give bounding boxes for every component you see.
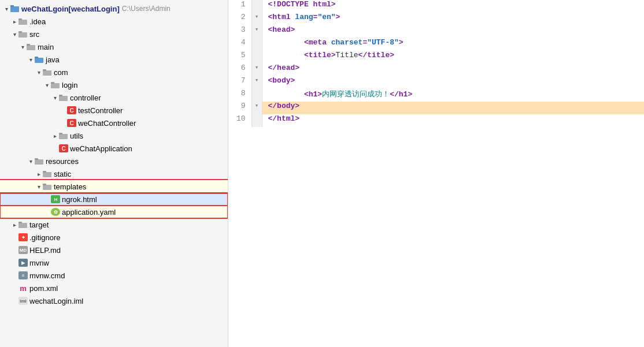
tree-mvnwcmd[interactable]: ≡ mvnw.cmd	[0, 269, 228, 282]
tree-ngrok[interactable]: H ngrok.html	[0, 193, 228, 206]
code-content-6[interactable]: </head>	[262, 64, 644, 76]
svg-rect-7	[27, 44, 30, 46]
tree-resources[interactable]: resources	[0, 155, 228, 167]
code-line-2: 2 ▾ <html lang="en">	[228, 13, 644, 25]
code-table: 1 <!DOCTYPE html> 2 ▾ <html lang="en"> 3…	[228, 0, 644, 127]
code-editor[interactable]: 1 <!DOCTYPE html> 2 ▾ <html lang="en"> 3…	[228, 0, 644, 347]
mvnwcmd-icon: ≡	[18, 271, 28, 279]
code-content-9[interactable]: </body>	[262, 102, 644, 114]
gutter-4	[251, 38, 262, 51]
iml-label: wechatLogin.iml	[29, 297, 83, 305]
tree-helpmd[interactable]: MD HELP.md	[0, 244, 228, 256]
main-folder-icon	[27, 43, 36, 51]
line-num-10: 10	[228, 114, 251, 127]
src-label: src	[29, 30, 39, 39]
tree-pomxml[interactable]: m pom.xml	[0, 282, 228, 294]
svg-rect-23	[43, 184, 46, 185]
mvnwcmd-label: mvnw.cmd	[29, 271, 65, 280]
code-content-4[interactable]: <meta charset="UTF-8">	[262, 38, 644, 51]
line-num-5: 5	[228, 51, 251, 64]
gutter-8	[251, 89, 262, 102]
project-bold-name: [wechatLogin]	[69, 5, 120, 13]
tree-templates[interactable]: templates	[0, 180, 228, 193]
wechatapp-label: weChatApplication	[70, 144, 132, 153]
resources-label: resources	[46, 157, 79, 166]
tree-controller[interactable]: controller	[0, 91, 228, 104]
login-arrow	[43, 82, 51, 88]
login-label: login	[62, 81, 77, 89]
templates-folder-icon	[43, 183, 52, 191]
svg-rect-4	[18, 32, 27, 38]
gutter-2: ▾	[251, 13, 262, 25]
helpmd-label: HELP.md	[29, 246, 61, 255]
svg-rect-0	[10, 6, 19, 12]
root-arrow	[2, 6, 10, 12]
gutter-6: ▾	[251, 64, 262, 76]
code-line-9: 9 ▾ </body>	[228, 102, 644, 114]
tree-idea[interactable]: .idea	[0, 15, 228, 28]
code-content-2[interactable]: <html lang="en">	[262, 13, 644, 25]
code-content-3[interactable]: <head>	[262, 25, 644, 38]
pomxml-label: pom.xml	[29, 284, 58, 293]
tree-com[interactable]: com	[0, 66, 228, 79]
code-content-7[interactable]: <body>	[262, 76, 644, 89]
tree-mvnw[interactable]: ▶ mvnw	[0, 256, 228, 269]
project-path: C:\Users\Admin	[122, 5, 171, 13]
svg-rect-6	[27, 45, 35, 50]
tree-target[interactable]: target	[0, 218, 228, 231]
svg-rect-1	[10, 5, 14, 7]
tree-utils[interactable]: utils	[0, 129, 228, 142]
target-folder-icon	[18, 221, 28, 229]
line-num-3: 3	[228, 25, 251, 38]
templates-arrow	[35, 184, 43, 190]
static-label: static	[54, 170, 71, 178]
svg-rect-3	[18, 18, 22, 20]
tree-gitignore[interactable]: ✦ .gitignore	[0, 231, 228, 244]
project-root[interactable]: weChatLgoin [wechatLogin] C:\Users\Admin	[0, 2, 228, 15]
project-name: weChatLgoin	[21, 5, 69, 13]
iml-icon: iml	[18, 297, 28, 305]
gutter-5	[251, 51, 262, 64]
com-arrow	[35, 69, 43, 76]
fold-7: ▾	[255, 77, 259, 84]
tree-wechatcontroller[interactable]: C weChatController	[0, 117, 228, 129]
tree-login[interactable]: login	[0, 79, 228, 91]
java-arrow	[27, 57, 35, 63]
line-num-6: 6	[228, 64, 251, 76]
project-folder-icon	[10, 5, 20, 13]
tree-src[interactable]: src	[0, 28, 228, 40]
tree-appyaml[interactable]: ✿ application.yaml	[0, 206, 228, 218]
tree-iml[interactable]: iml wechatLogin.iml	[0, 294, 228, 307]
utils-arrow	[51, 133, 59, 139]
gutter-1	[251, 0, 262, 13]
src-folder-icon	[18, 31, 28, 38]
resources-folder-icon	[35, 158, 44, 165]
src-arrow	[10, 31, 18, 38]
tree-static[interactable]: static	[0, 167, 228, 180]
tree-java[interactable]: java	[0, 53, 228, 66]
code-content-8[interactable]: <h1>内网穿透访问成功！</h1>	[262, 89, 644, 102]
code-content-10[interactable]: </html>	[262, 114, 644, 127]
yaml-icon: ✿	[51, 208, 60, 216]
tc-icon: C	[67, 106, 76, 114]
line-num-9: 9	[228, 102, 251, 114]
controller-label: controller	[70, 94, 101, 102]
code-line-8: 8 <h1>内网穿透访问成功！</h1>	[228, 89, 644, 102]
svg-rect-24	[18, 223, 27, 228]
svg-rect-8	[35, 58, 43, 63]
com-label: com	[54, 68, 68, 77]
svg-rect-20	[43, 172, 51, 177]
static-folder-icon	[43, 170, 52, 178]
gutter-9: ▾	[251, 102, 262, 114]
tree-wechatapp[interactable]: C weChatApplication	[0, 142, 228, 155]
code-content-5[interactable]: <title>Title</title>	[262, 51, 644, 64]
file-tree[interactable]: weChatLgoin [wechatLogin] C:\Users\Admin…	[0, 0, 228, 347]
code-content-1[interactable]: <!DOCTYPE html>	[262, 0, 644, 13]
tree-testcontroller[interactable]: C testController	[0, 104, 228, 117]
tree-main[interactable]: main	[0, 40, 228, 53]
static-arrow	[35, 171, 43, 177]
gutter-3: ▾	[251, 25, 262, 38]
main-arrow	[18, 44, 27, 50]
mvnw-icon: ▶	[18, 259, 28, 267]
code-line-4: 4 <meta charset="UTF-8">	[228, 38, 644, 51]
